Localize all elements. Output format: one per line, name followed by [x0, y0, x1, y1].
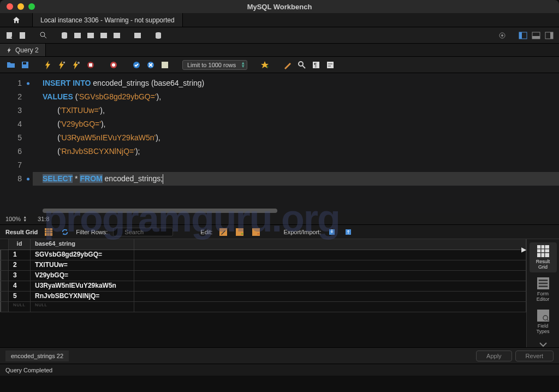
cell-null[interactable]: NULL: [9, 302, 31, 312]
zoom-control[interactable]: 100% ▲▼: [5, 216, 27, 222]
field-types-tab-label: Field Types: [536, 324, 549, 335]
favorite-icon[interactable]: +: [259, 60, 270, 70]
table-row[interactable]: 3V29ybGQ=: [0, 271, 526, 281]
cell-empty: [134, 250, 526, 260]
code-area[interactable]: INSERT INTO encoded_strings (base64_stri…: [43, 76, 554, 186]
export-icon[interactable]: [326, 227, 337, 237]
caret-right-icon[interactable]: ▶: [521, 246, 526, 253]
result-grid-tab[interactable]: Result Grid: [530, 242, 557, 272]
bottom-tabs: encoded_strings 22 Apply Revert: [0, 347, 559, 364]
delete-row-icon[interactable]: −: [251, 227, 261, 237]
cell-empty: [134, 292, 526, 301]
result-tab[interactable]: encoded_strings 22: [5, 351, 69, 361]
maximize-window-button[interactable]: [28, 3, 35, 10]
db-icon-5[interactable]: [111, 30, 122, 41]
panel-bottom-icon[interactable]: [531, 30, 542, 41]
new-sql-tab-button[interactable]: +: [4, 30, 15, 41]
svg-text:−: −: [257, 231, 260, 236]
limit-rows-select[interactable]: Limit to 1000 rows ▲▼: [182, 60, 247, 70]
revert-button[interactable]: Revert: [515, 351, 554, 361]
cell-val[interactable]: SGVsbG8gd29ybGQ=: [31, 250, 134, 260]
connection-tab[interactable]: Local instance 3306 - Warning - not supp…: [33, 13, 183, 27]
cell-empty: [134, 302, 526, 312]
settings-icon[interactable]: [497, 30, 508, 41]
result-grid[interactable]: id base64_string 1SGVsbG8gd29ybGQ=2TXlTU…: [0, 239, 526, 347]
cell-val[interactable]: V29ybGQ=: [31, 271, 134, 281]
chevron-down-icon[interactable]: [539, 342, 548, 347]
beautify-icon[interactable]: [282, 60, 293, 70]
editor-status-bar: 100% ▲▼ 31:8: [0, 213, 559, 225]
home-tab[interactable]: [0, 13, 33, 27]
svg-rect-34: [327, 62, 334, 68]
cell-null[interactable]: NULL: [31, 302, 134, 312]
db-icon-2[interactable]: [72, 30, 83, 41]
rollback-icon[interactable]: [145, 60, 156, 70]
column-header-id[interactable]: id: [9, 239, 31, 250]
commit-icon[interactable]: [131, 60, 142, 70]
minimize-window-button[interactable]: [17, 3, 24, 10]
cell-val[interactable]: TXlTUUw=: [31, 260, 134, 270]
panel-left-icon[interactable]: [518, 30, 528, 41]
line-number: 2: [0, 90, 33, 104]
open-file-icon[interactable]: [5, 60, 16, 70]
table-row[interactable]: 1SGVsbG8gd29ybGQ=: [0, 250, 526, 260]
editor-horizontal-scrollbar[interactable]: [43, 209, 277, 213]
add-row-icon[interactable]: +: [234, 227, 245, 237]
execute-current-icon[interactable]: [57, 60, 68, 70]
edit-row-icon[interactable]: [218, 227, 229, 237]
titlebar: MySQL Workbench: [0, 0, 559, 13]
column-header-base64[interactable]: base64_string: [31, 239, 134, 250]
cell-val[interactable]: U3RyaW5nIEVuY29kaW5n: [31, 281, 134, 291]
inspector-button[interactable]: [38, 30, 49, 41]
cell-id[interactable]: 4: [9, 281, 31, 291]
refresh-icon[interactable]: [60, 227, 70, 237]
save-file-icon[interactable]: [20, 60, 31, 70]
svg-point-22: [78, 62, 80, 64]
db-icon-6[interactable]: [132, 30, 143, 41]
table-row-null[interactable]: NULLNULL: [0, 302, 526, 312]
apply-button[interactable]: Apply: [476, 351, 512, 361]
field-types-tab[interactable]: Field Types: [530, 307, 557, 337]
stop-on-error-icon[interactable]: [108, 60, 119, 70]
cell-id[interactable]: 1: [9, 250, 31, 260]
line-number: 5: [0, 131, 33, 145]
db-icon-7[interactable]: [153, 30, 164, 41]
table-row[interactable]: 5RnJvbSBCYXNlNjQ=: [0, 292, 526, 302]
sql-editor[interactable]: 1 2 3 4 5 6 7 8 INSERT INTO encoded_stri…: [0, 73, 559, 213]
query-tab-label: Query 2: [15, 46, 39, 54]
import-icon[interactable]: [343, 227, 354, 237]
autocommit-icon[interactable]: [159, 60, 170, 70]
cell-id[interactable]: 3: [9, 271, 31, 281]
svg-rect-14: [519, 32, 522, 39]
svg-rect-48: [538, 286, 548, 287]
connection-tabs: Local instance 3306 - Warning - not supp…: [0, 13, 559, 27]
wrap-icon[interactable]: [325, 60, 336, 70]
grid-view-icon[interactable]: [43, 227, 54, 237]
svg-rect-20: [23, 62, 26, 64]
db-icon-3[interactable]: [85, 30, 96, 41]
open-sql-file-button[interactable]: [17, 30, 28, 41]
table-row[interactable]: 2TXlTUUw=: [0, 260, 526, 271]
panel-right-icon[interactable]: [544, 30, 555, 41]
close-window-button[interactable]: [7, 3, 13, 10]
svg-rect-16: [532, 36, 540, 39]
filter-search-input[interactable]: [113, 228, 173, 236]
cell-val[interactable]: RnJvbSBCYXNlNjQ=: [31, 292, 134, 301]
home-icon: [12, 16, 21, 25]
invisible-chars-icon[interactable]: ¶: [311, 60, 322, 70]
query-tab[interactable]: Query 2: [0, 44, 46, 56]
cell-id[interactable]: 5: [9, 292, 31, 301]
db-icon-1[interactable]: [59, 30, 70, 41]
svg-text:+: +: [10, 35, 13, 40]
db-icon-4[interactable]: [98, 30, 109, 41]
find-icon[interactable]: [296, 60, 307, 70]
table-row[interactable]: 4U3RyaW5nIEVuY29kaW5n: [0, 281, 526, 292]
cell-id[interactable]: 2: [9, 260, 31, 270]
svg-point-3: [40, 32, 45, 37]
execute-icon[interactable]: [43, 60, 53, 70]
svg-rect-7: [100, 33, 107, 38]
cell-empty: [134, 271, 526, 281]
stop-icon[interactable]: [85, 60, 96, 70]
form-editor-tab[interactable]: Form Editor: [530, 275, 557, 305]
explain-icon[interactable]: [71, 60, 82, 70]
